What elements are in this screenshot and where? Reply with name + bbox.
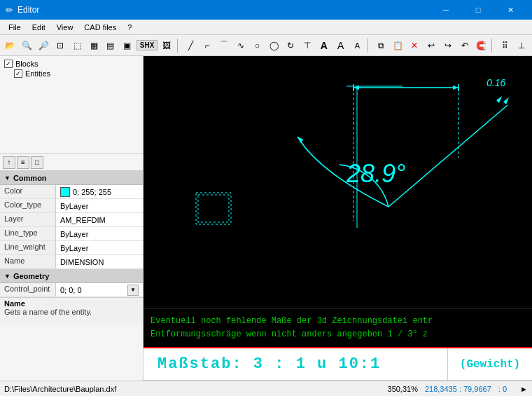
entities-checkbox[interactable]: ✓: [14, 69, 22, 78]
cad-drawing[interactable]: 0.16 28.9°: [144, 56, 532, 308]
prop-color-type-value[interactable]: ByLayer: [56, 199, 143, 212]
spline-button[interactable]: ∿: [233, 38, 248, 53]
zoom-window-button[interactable]: ⬚: [69, 38, 85, 53]
ellipse-button[interactable]: ◯: [266, 38, 281, 53]
prop-color-type-name: Color_type: [0, 199, 56, 212]
props-toolbar: ↑ ≡ □: [0, 154, 143, 171]
prop-linetype-name: Line_type: [0, 227, 56, 240]
layer-button[interactable]: ▦: [86, 38, 102, 53]
status-zoom: 350,31%: [388, 385, 418, 393]
prop-lineweight: Line_weight ByLayer: [0, 241, 143, 255]
open-button[interactable]: 📂: [3, 38, 18, 53]
prop-name-name: Name: [0, 255, 56, 268]
svg-text:0.16: 0.16: [486, 77, 505, 88]
menu-view[interactable]: View: [51, 22, 79, 33]
line-button[interactable]: ╱: [183, 38, 198, 53]
title-block-side-text: (Gewicht): [460, 358, 520, 371]
text-a-button[interactable]: A: [316, 38, 332, 53]
common-label: Common: [13, 174, 47, 182]
grid-button[interactable]: ⠿: [497, 38, 512, 53]
title-block-main-text: Maßstab: 3 : 1 u 10:1: [158, 355, 381, 373]
text-note-line1: Eventuell noch fehlende Maße der 3d Zeic…: [150, 315, 433, 328]
layer-props-button[interactable]: ▣: [120, 38, 135, 53]
color-swatch: [60, 187, 70, 197]
toolbar-sep2: [368, 39, 370, 53]
zoom-extents-button[interactable]: ⊡: [53, 38, 69, 53]
tree-area: ✓ Blocks ✓ Entities: [0, 56, 143, 154]
prop-color-value[interactable]: 0; 255; 255: [56, 185, 143, 198]
prop-lineweight-value[interactable]: ByLayer: [56, 241, 143, 254]
prop-layer: Layer AM_REFDIM: [0, 213, 143, 227]
text-b-button[interactable]: A: [333, 38, 349, 53]
menubar: File Edit View CAD files ?: [0, 20, 532, 35]
bottom-info: Name Gets a name of the entity.: [0, 297, 143, 325]
prop-cp-value[interactable]: 0; 0; 0 ▼: [56, 283, 143, 296]
undo-button[interactable]: ↩: [424, 38, 439, 53]
cut-button[interactable]: ✕: [407, 38, 422, 53]
cp-dropdown[interactable]: ▼: [127, 285, 139, 296]
redo-button[interactable]: ↪: [440, 38, 456, 53]
dimension-button[interactable]: ⊤: [300, 38, 315, 53]
menu-file[interactable]: File: [3, 22, 27, 33]
props-cat-btn[interactable]: ≡: [17, 156, 29, 169]
img-button[interactable]: 🖼: [159, 38, 174, 53]
layer-list-button[interactable]: ▤: [103, 38, 118, 53]
status-coords: 218,3435 : 79,9667: [425, 385, 491, 393]
props-sort-btn[interactable]: ↑: [3, 156, 15, 169]
magnet-button[interactable]: 🧲: [473, 38, 489, 53]
title-block: Maßstab: 3 : 1 u 10:1 (Gewicht): [144, 347, 532, 381]
linetype-text: ByLayer: [60, 230, 88, 238]
prop-linetype: Line_type ByLayer: [0, 227, 143, 241]
blocks-label: Blocks: [15, 60, 38, 68]
prop-control-point: Control_point 0; 0; 0 ▼: [0, 283, 143, 297]
window-controls: ─ □ ✕: [430, 0, 526, 20]
paste-button[interactable]: 📋: [390, 38, 405, 53]
common-section-header[interactable]: ▼ Common: [0, 171, 143, 185]
minimize-button[interactable]: ─: [430, 0, 462, 20]
lineweight-text: ByLayer: [60, 244, 88, 252]
prop-cp-name: Control_point: [0, 283, 56, 296]
text-c-button[interactable]: A: [350, 38, 365, 53]
layer-text: AM_REFDIM: [60, 216, 106, 224]
circle-button[interactable]: ○: [250, 38, 265, 53]
status-extra: : 0: [498, 385, 507, 393]
prop-name-value[interactable]: DIMENSION: [56, 255, 143, 268]
main-layout: ✓ Blocks ✓ Entities ↑ ≡ □ ▼ Common Color: [0, 56, 532, 381]
copy-button[interactable]: ⧉: [373, 38, 388, 53]
geometry-section-header[interactable]: ▼ Geometry: [0, 269, 143, 283]
tree-entities[interactable]: ✓ Entities: [3, 69, 140, 78]
common-chevron: ▼: [4, 175, 10, 182]
perp-button[interactable]: ⊥: [514, 38, 529, 53]
entities-label: Entities: [25, 69, 50, 78]
text-note: Eventuell noch fehlende Maße der 3d Zeic…: [150, 315, 433, 341]
status-path: D:\Files\Architecture\Bauplan.dxf: [4, 385, 381, 393]
status-arrow[interactable]: ►: [514, 385, 528, 393]
menu-edit[interactable]: Edit: [27, 22, 51, 33]
title-block-main: Maßstab: 3 : 1 u 10:1: [144, 348, 448, 380]
text-note-line2: Entformungsschräge wenn nicht anders ang…: [150, 328, 433, 341]
toolbar-sep1: [177, 39, 180, 53]
close-button[interactable]: ✕: [494, 0, 526, 20]
prop-layer-value[interactable]: AM_REFDIM: [56, 213, 143, 226]
tree-blocks[interactable]: ✓ Blocks: [3, 59, 140, 69]
color-type-text: ByLayer: [60, 202, 88, 210]
prop-linetype-value[interactable]: ByLayer: [56, 227, 143, 240]
menu-help[interactable]: ?: [122, 22, 137, 33]
blocks-checkbox[interactable]: ✓: [4, 60, 13, 68]
undo2-button[interactable]: ↶: [457, 38, 472, 53]
window-title: Editor: [18, 5, 430, 15]
zoom-out-button[interactable]: 🔎: [36, 38, 52, 53]
arc-button[interactable]: ⌒: [216, 38, 232, 53]
menu-cad-files[interactable]: CAD files: [78, 22, 122, 33]
prop-name: Name DIMENSION: [0, 255, 143, 269]
toolbar: 📂 🔍 🔎 ⊡ ⬚ ▦ ▤ ▣ SHX 🖼 ╱ ⌐ ⌒ ∿ ○ ◯ ↻ ⊤ A …: [0, 35, 532, 56]
zoom-in-button[interactable]: 🔍: [20, 38, 35, 53]
canvas-area[interactable]: 0.16 28.9°: [144, 56, 532, 381]
polyline-button[interactable]: ⌐: [200, 38, 215, 53]
prop-color-type: Color_type ByLayer: [0, 199, 143, 213]
maximize-button[interactable]: □: [462, 0, 494, 20]
props-panel: ↑ ≡ □ ▼ Common Color 0; 255; 255 Color_t…: [0, 154, 143, 381]
props-more-btn[interactable]: □: [31, 156, 43, 169]
rotate-button[interactable]: ↻: [283, 38, 298, 53]
bottom-info-text: Gets a name of the entity.: [4, 308, 139, 316]
